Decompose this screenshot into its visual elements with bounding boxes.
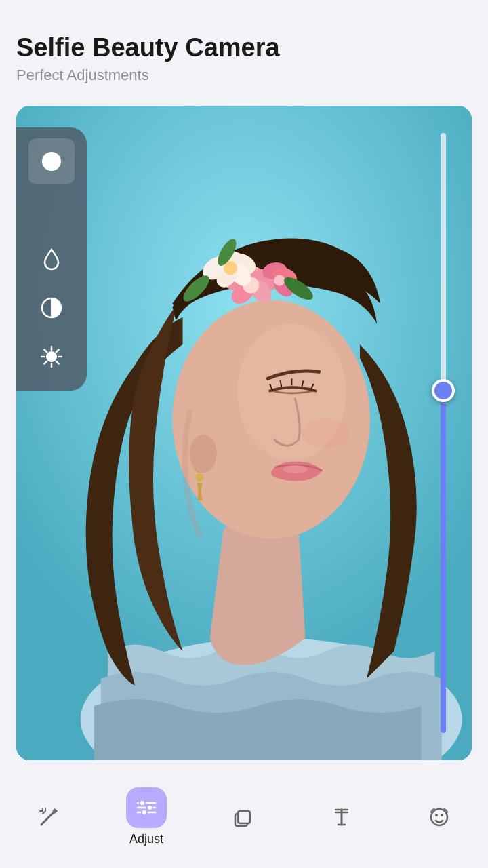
svg-point-67 bbox=[441, 814, 443, 816]
header: Selfie Beauty Camera Perfect Adjustments bbox=[0, 0, 488, 95]
svg-line-46 bbox=[56, 349, 59, 352]
toolbar-item-circle[interactable] bbox=[28, 138, 75, 184]
svg-line-45 bbox=[56, 361, 59, 364]
nav-item-face[interactable] bbox=[405, 791, 473, 843]
nav-item-text[interactable] bbox=[308, 791, 375, 843]
face-icon-wrap bbox=[419, 797, 460, 837]
svg-point-56 bbox=[140, 800, 145, 806]
slider-thumb[interactable] bbox=[432, 379, 455, 402]
text-icon bbox=[330, 806, 353, 829]
svg-point-35 bbox=[190, 434, 217, 472]
svg-point-58 bbox=[142, 810, 147, 815]
svg-point-39 bbox=[46, 351, 57, 362]
toolbar-item-drop[interactable] bbox=[28, 236, 75, 282]
adjust-icon bbox=[135, 796, 158, 819]
layers-icon bbox=[232, 806, 256, 829]
slider-fill-top bbox=[441, 133, 446, 391]
text-icon-wrap bbox=[321, 797, 362, 837]
svg-point-22 bbox=[274, 275, 285, 285]
svg-point-36 bbox=[42, 152, 61, 171]
svg-rect-61 bbox=[238, 811, 250, 823]
adjust-nav-label: Adjust bbox=[129, 832, 163, 846]
toolbar-item-contrast[interactable] bbox=[28, 285, 75, 331]
slider-track[interactable] bbox=[441, 133, 446, 733]
svg-point-66 bbox=[435, 814, 438, 816]
left-toolbar bbox=[16, 127, 87, 391]
svg-point-31 bbox=[283, 465, 307, 473]
toolbar-item-halfmoon[interactable] bbox=[28, 187, 75, 233]
svg-line-44 bbox=[45, 349, 47, 352]
bottom-navigation: Adjust bbox=[0, 771, 488, 868]
svg-point-57 bbox=[147, 805, 152, 810]
app-subtitle: Perfect Adjustments bbox=[16, 66, 472, 84]
slider-fill-bottom bbox=[441, 391, 446, 733]
face-icon bbox=[428, 806, 451, 829]
svg-point-34 bbox=[196, 473, 204, 481]
magic-wand-icon bbox=[37, 806, 60, 829]
svg-line-47 bbox=[45, 361, 47, 364]
magic-wand-icon-wrap bbox=[28, 797, 69, 837]
nav-item-layers[interactable] bbox=[210, 791, 278, 843]
nav-item-adjust[interactable]: Adjust bbox=[113, 782, 180, 852]
svg-point-32 bbox=[302, 418, 349, 448]
right-slider[interactable] bbox=[434, 133, 453, 733]
image-container bbox=[16, 106, 472, 760]
nav-item-magic[interactable] bbox=[15, 791, 83, 843]
layers-icon-wrap bbox=[224, 797, 264, 837]
adjust-icon-wrap bbox=[126, 787, 167, 828]
app-title: Selfie Beauty Camera bbox=[16, 33, 472, 64]
toolbar-item-brightness[interactable] bbox=[28, 334, 75, 380]
